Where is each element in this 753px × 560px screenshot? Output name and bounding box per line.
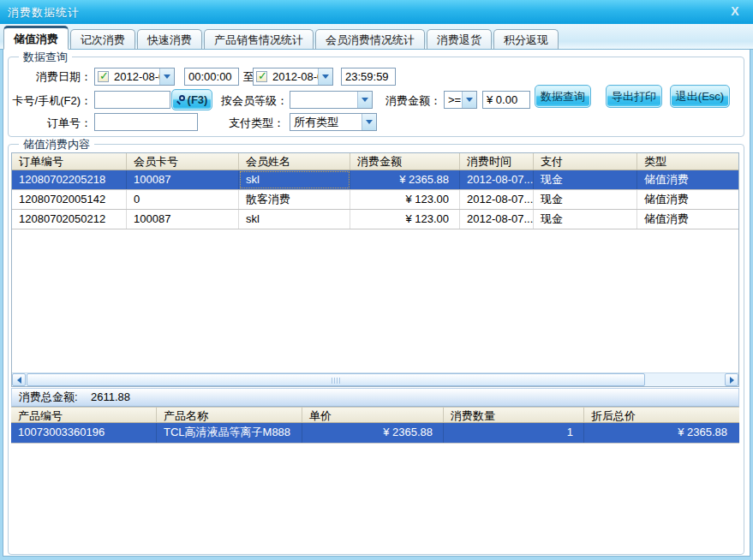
consumption-table-header: 订单编号 会员卡号 会员姓名 消费金额 消费时间 支付 类型 [12,153,738,170]
tab-count-consume[interactable]: 记次消费 [70,29,135,50]
col-product-code[interactable]: 产品编号 [11,408,157,422]
scroll-left-button[interactable] [12,373,26,386]
cell-member-name: 散客消费 [239,190,350,209]
search-icon [176,95,187,105]
content-panel: 数据查询 消费日期： ✓ 2012-08-07 至 ✓ 2012-08-07 卡… [3,50,750,557]
tab-bar: 储值消费 记次消费 快速消费 产品销售情况统计 会员消费情况统计 消费退货 积分… [0,24,753,50]
consumption-legend: 储值消费内容 [19,137,94,152]
cell-amount: ¥ 2365.88 [350,170,460,189]
date-to-picker[interactable]: ✓ 2012-08-07 [253,68,333,86]
cell-time: 2012-08-07... [460,170,534,189]
member-level-dropdown[interactable] [357,92,372,108]
member-search-button[interactable]: (F3) [171,89,212,110]
totals-bar: 消费总金额: 2611.88 [11,388,739,407]
pay-type-select[interactable]: 所有类型 [290,113,377,131]
date-from-value: 2012-08-07 [111,69,159,85]
scrollbar-thumb[interactable] [27,373,645,386]
tab-product-sales-stats[interactable]: 产品销售情况统计 [204,29,314,50]
query-button[interactable]: 数据查询 [535,85,591,108]
table-row[interactable]: 12080702205218 100087 skl ¥ 2365.88 2012… [12,170,738,190]
chevron-down-icon [366,120,373,124]
cell-product-name: TCL高清液晶等离子M888 [157,423,302,443]
date-from-checkbox[interactable]: ✓ [98,71,109,82]
chevron-down-icon [322,74,329,79]
tab-stored-value[interactable]: 储值消费 [3,26,69,50]
member-level-select[interactable] [290,91,373,109]
arrow-right-icon [730,377,734,384]
query-legend: 数据查询 [19,50,72,65]
pay-type-dropdown[interactable] [362,114,376,130]
col-quantity[interactable]: 消费数量 [444,408,584,422]
amount-operator-value: >= [445,92,462,108]
card-label: 卡号/手机(F2)： [9,92,92,110]
col-member-card[interactable]: 会员卡号 [127,153,239,170]
table-row[interactable]: 10073003360196 TCL高清液晶等离子M888 ¥ 2365.88 … [11,423,739,444]
total-amount-label: 消费总金额: [19,389,78,406]
close-icon[interactable]: X [727,3,743,19]
cell-quantity: 1 [444,423,584,443]
cell-member-card: 100087 [127,170,239,189]
date-to-dropdown[interactable] [318,69,332,85]
consumption-groupbox: 储值消费内容 订单编号 会员卡号 会员姓名 消费金额 消费时间 支付 类型 12… [8,144,744,555]
horizontal-scrollbar[interactable] [12,372,738,386]
cell-member-name: skl [239,170,350,189]
tab-consume-refund[interactable]: 消费退货 [427,29,492,50]
card-input[interactable] [94,91,170,109]
table-row[interactable]: 12080702050212 100087 skl ¥ 123.00 2012-… [12,210,738,229]
pay-type-value: 所有类型 [290,114,362,130]
cell-type: 储值消费 [637,210,738,229]
cell-unit-price: ¥ 2365.88 [302,423,444,443]
col-member-name[interactable]: 会员姓名 [239,153,350,170]
cell-time: 2012-08-07... [460,210,534,229]
order-no-input[interactable] [94,113,198,131]
date-to-checkbox[interactable]: ✓ [256,71,267,82]
col-discounted-total[interactable]: 折后总价 [584,408,738,422]
chevron-down-icon [466,98,473,102]
col-product-name[interactable]: 产品名称 [157,408,302,422]
arrow-left-icon [17,377,21,384]
cell-member-card: 100087 [127,210,239,229]
scroll-right-button[interactable] [725,373,738,386]
search-button-label: (F3) [188,93,208,106]
products-table: 产品编号 产品名称 单价 消费数量 折后总价 10073003360196 TC… [11,407,739,444]
app-window: 消费数据统计 X 储值消费 记次消费 快速消费 产品销售情况统计 会员消费情况统… [0,0,753,560]
tab-quick-consume[interactable]: 快速消费 [137,29,202,50]
amount-input[interactable] [482,91,530,109]
date-from-picker[interactable]: ✓ 2012-08-07 [94,68,175,86]
chevron-down-icon [362,98,368,102]
cell-pay: 现金 [534,210,637,229]
amount-operator-select[interactable]: >= [444,91,477,109]
cell-time: 2012-08-07... [460,190,534,209]
col-amount[interactable]: 消费金额 [350,153,460,170]
cell-discounted-total: ¥ 2365.88 [584,423,738,443]
date-from-dropdown[interactable] [159,69,174,85]
col-order-no[interactable]: 订单编号 [12,153,127,170]
cell-order-no: 12080702050212 [12,210,127,229]
cell-amount: ¥ 123.00 [350,190,460,209]
pay-type-label: 支付类型： [221,115,284,132]
time-from-input[interactable] [184,68,239,86]
col-pay[interactable]: 支付 [534,153,637,170]
tab-points-cashback[interactable]: 积分返现 [493,29,559,50]
time-to-input[interactable] [341,68,396,86]
exit-button[interactable]: 退出(Esc) [670,85,730,108]
table-row[interactable]: 12080702005142 0 散客消费 ¥ 123.00 2012-08-0… [12,190,738,210]
cell-type: 储值消费 [637,170,738,189]
chevron-down-icon [164,74,170,79]
consumption-table: 订单编号 会员卡号 会员姓名 消费金额 消费时间 支付 类型 120807022… [11,152,739,387]
cell-pay: 现金 [534,170,637,189]
amount-operator-dropdown[interactable] [462,92,476,108]
window-title: 消费数据统计 [8,5,80,21]
cell-product-code: 10073003360196 [11,423,157,443]
cell-pay: 现金 [534,190,637,209]
export-print-button[interactable]: 导出打印 [606,85,662,108]
col-type[interactable]: 类型 [637,153,738,170]
query-groupbox: 数据查询 消费日期： ✓ 2012-08-07 至 ✓ 2012-08-07 卡… [8,57,744,137]
products-table-header: 产品编号 产品名称 单价 消费数量 折后总价 [11,407,739,423]
cell-order-no: 12080702005142 [12,190,127,209]
tab-member-consume-stats[interactable]: 会员消费情况统计 [315,29,425,50]
cell-member-name: skl [239,210,350,229]
check-icon: ✓ [258,69,267,82]
col-time[interactable]: 消费时间 [460,153,534,170]
col-unit-price[interactable]: 单价 [302,408,444,422]
